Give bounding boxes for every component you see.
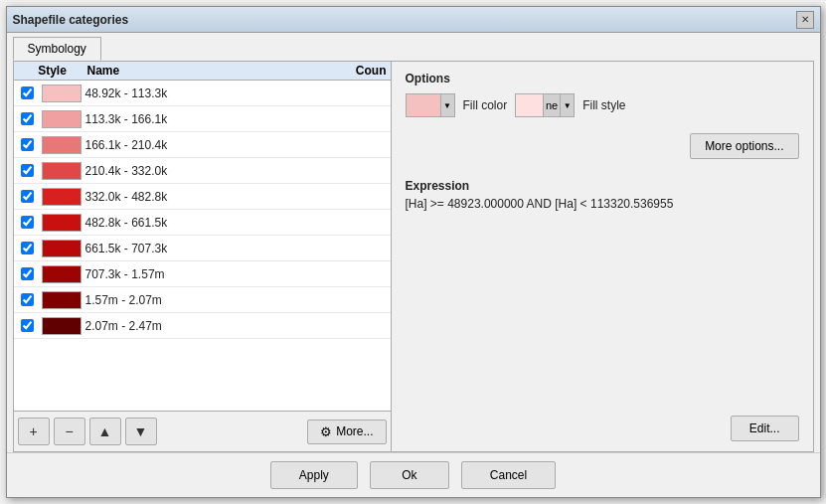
- row-checkbox-6[interactable]: [18, 242, 38, 254]
- row-color-swatch-2: [42, 136, 82, 154]
- add-button[interactable]: +: [18, 418, 50, 445]
- row-label-8: 1.57m - 2.07m: [85, 293, 337, 307]
- fill-color-dropdown-icon: ▼: [440, 94, 454, 116]
- col-header-name: Name: [87, 64, 337, 78]
- fill-style-swatch[interactable]: ne ▼: [515, 93, 575, 117]
- content-area: Style Name Coun 48.92k - 113.3k 113.3k -…: [13, 61, 814, 452]
- table-row[interactable]: 332.0k - 482.8k: [14, 184, 391, 210]
- table-row[interactable]: 2.07m - 2.47m: [14, 313, 391, 339]
- row-label-3: 210.4k - 332.0k: [85, 164, 337, 178]
- row-color-swatch-4: [42, 188, 82, 206]
- right-bottom-area: Edit...: [406, 408, 799, 441]
- tab-symbology[interactable]: Symbology: [13, 37, 101, 61]
- row-checkbox-2[interactable]: [18, 138, 38, 151]
- checkbox-7[interactable]: [21, 267, 34, 280]
- table-row[interactable]: 113.3k - 166.1k: [14, 106, 391, 132]
- row-checkbox-9[interactable]: [18, 319, 38, 332]
- icon-btn-group: + − ▲ ▼: [18, 418, 157, 445]
- checkbox-8[interactable]: [21, 293, 34, 306]
- row-checkbox-0[interactable]: [18, 86, 38, 99]
- row-checkbox-1[interactable]: [18, 112, 38, 125]
- table-row[interactable]: 1.57m - 2.07m: [14, 287, 391, 313]
- row-label-0: 48.92k - 113.3k: [85, 86, 337, 100]
- table-row[interactable]: 210.4k - 332.0k: [14, 158, 391, 184]
- fill-style-ne-label: ne: [543, 94, 560, 116]
- row-checkbox-8[interactable]: [18, 293, 38, 306]
- checkbox-3[interactable]: [21, 164, 34, 177]
- fill-style-label: Fill style: [582, 98, 625, 112]
- checkbox-4[interactable]: [21, 190, 34, 203]
- row-color-swatch-9: [42, 317, 82, 335]
- gear-icon: ⚙: [320, 424, 332, 439]
- row-color-swatch-8: [42, 291, 82, 309]
- expression-section: Expression [Ha] >= 48923.000000 AND [Ha]…: [406, 179, 799, 408]
- row-label-7: 707.3k - 1.57m: [85, 267, 337, 281]
- table-row[interactable]: 482.8k - 661.5k: [14, 210, 391, 236]
- title-bar: Shapefile categories ✕: [7, 7, 820, 33]
- fill-color-color: [407, 94, 440, 116]
- fill-color-label: Fill color: [463, 98, 508, 112]
- fill-style-color: [516, 94, 543, 116]
- row-label-4: 332.0k - 482.8k: [85, 190, 337, 204]
- row-checkbox-4[interactable]: [18, 190, 38, 203]
- checkbox-2[interactable]: [21, 138, 34, 151]
- table-body: 48.92k - 113.3k 113.3k - 166.1k 166.1k -…: [14, 81, 391, 411]
- row-label-9: 2.07m - 2.47m: [85, 319, 337, 333]
- expression-text: [Ha] >= 48923.000000 AND [Ha] < 113320.5…: [406, 197, 799, 211]
- down-button[interactable]: ▼: [125, 418, 157, 445]
- shapefile-categories-dialog: Shapefile categories ✕ Symbology Style N…: [6, 6, 821, 498]
- row-label-5: 482.8k - 661.5k: [85, 216, 337, 230]
- table-row[interactable]: 707.3k - 1.57m: [14, 261, 391, 287]
- table-row[interactable]: 48.92k - 113.3k: [14, 81, 391, 106]
- row-color-swatch-5: [42, 214, 82, 232]
- cancel-button[interactable]: Cancel: [461, 461, 556, 489]
- table-row[interactable]: 661.5k - 707.3k: [14, 236, 391, 261]
- ok-button[interactable]: Ok: [370, 461, 449, 489]
- expression-label: Expression: [406, 179, 799, 193]
- more-button[interactable]: ⚙ More...: [307, 420, 386, 444]
- row-color-swatch-3: [42, 162, 82, 180]
- tabs-bar: Symbology: [7, 33, 820, 61]
- close-button[interactable]: ✕: [796, 11, 814, 29]
- checkbox-5[interactable]: [21, 216, 34, 229]
- edit-button[interactable]: Edit...: [731, 416, 799, 441]
- row-checkbox-3[interactable]: [18, 164, 38, 177]
- fill-style-dropdown-icon: ▼: [560, 94, 574, 116]
- apply-button[interactable]: Apply: [270, 461, 358, 489]
- dialog-title: Shapefile categories: [13, 13, 129, 27]
- table-row[interactable]: 166.1k - 210.4k: [14, 132, 391, 158]
- left-panel: Style Name Coun 48.92k - 113.3k 113.3k -…: [14, 62, 392, 451]
- row-color-swatch-1: [42, 110, 82, 128]
- options-row: ▼ Fill color ne ▼ Fill style: [406, 93, 799, 117]
- checkbox-0[interactable]: [21, 86, 34, 99]
- col-header-count: Coun: [337, 64, 387, 78]
- row-checkbox-5[interactable]: [18, 216, 38, 229]
- row-color-swatch-0: [42, 84, 82, 102]
- fill-color-swatch[interactable]: ▼: [406, 93, 455, 117]
- row-color-swatch-7: [42, 265, 82, 283]
- row-checkbox-7[interactable]: [18, 267, 38, 280]
- more-options-button[interactable]: More options...: [690, 133, 798, 159]
- table-header: Style Name Coun: [14, 62, 391, 81]
- row-label-1: 113.3k - 166.1k: [85, 112, 337, 126]
- up-button[interactable]: ▲: [89, 418, 121, 445]
- col-header-style: Style: [18, 64, 87, 78]
- row-color-swatch-6: [42, 240, 82, 257]
- options-label: Options: [406, 72, 799, 85]
- right-panel: Options ▼ Fill color ne ▼ Fill style Mor…: [392, 62, 813, 451]
- left-bottom-bar: + − ▲ ▼ ⚙ More...: [14, 411, 391, 451]
- checkbox-9[interactable]: [21, 319, 34, 332]
- checkbox-1[interactable]: [21, 112, 34, 125]
- row-label-2: 166.1k - 210.4k: [85, 138, 337, 152]
- remove-button[interactable]: −: [54, 418, 85, 445]
- dialog-footer: Apply Ok Cancel: [7, 452, 820, 497]
- row-label-6: 661.5k - 707.3k: [85, 242, 337, 255]
- checkbox-6[interactable]: [21, 242, 34, 254]
